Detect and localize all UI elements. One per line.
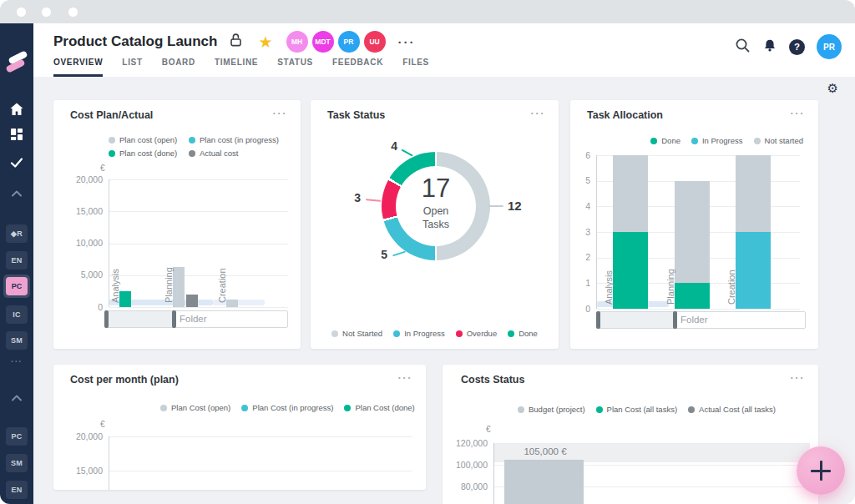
sidebar-project-badge[interactable]: SM: [6, 331, 28, 350]
legend-dot: [109, 137, 115, 144]
sidebar-project-badge[interactable]: IC: [6, 305, 28, 324]
legend-item[interactable]: Not started: [754, 136, 803, 145]
sidebar-project-badge[interactable]: ◆R: [6, 224, 28, 243]
window-control-dot[interactable]: [17, 8, 26, 17]
member-avatar[interactable]: MH: [286, 31, 308, 53]
legend-item[interactable]: Plan cost (done): [109, 149, 189, 158]
sidebar-project-badge[interactable]: EN: [6, 481, 28, 499]
legend-item[interactable]: Actual cost: [189, 149, 279, 158]
legend-item[interactable]: Overdue: [456, 329, 497, 338]
category-label: Analysis: [604, 270, 614, 305]
search-icon[interactable]: [735, 38, 751, 57]
category-label: Creation: [726, 270, 736, 305]
member-avatar[interactable]: UU: [364, 31, 386, 53]
sidebar-project-badge-active[interactable]: PC: [3, 275, 30, 298]
y-tick-label: 4: [552, 201, 590, 211]
home-icon[interactable]: [8, 101, 26, 121]
bar-chart-plot: ·· 05,00010,00015,00020,000AnalysisPlann…: [109, 179, 288, 307]
legend-item[interactable]: Plan cost (in progress): [189, 135, 279, 144]
page-title: Product Catalog Launch: [53, 33, 217, 50]
legend-item[interactable]: Budget (project): [518, 405, 585, 414]
card-menu-icon[interactable]: ···: [791, 107, 806, 119]
tab-list[interactable]: LIST: [122, 58, 142, 77]
currency-axis-label: €: [100, 420, 105, 429]
legend-dot: [189, 137, 195, 144]
bar: [613, 232, 648, 309]
notifications-bell-icon[interactable]: [762, 38, 777, 57]
callout-line: [366, 199, 381, 202]
sidebar-project-badge[interactable]: EN: [6, 251, 28, 270]
card-menu-icon[interactable]: ···: [398, 371, 413, 384]
header-more-icon[interactable]: ···: [398, 35, 416, 49]
legend-item[interactable]: Plan Cost (open): [160, 403, 230, 412]
bar: [119, 291, 131, 307]
legend-item[interactable]: Done: [508, 329, 538, 338]
favorite-star-icon[interactable]: ★: [258, 33, 272, 52]
card-menu-icon[interactable]: ···: [791, 371, 806, 384]
window-control-dot[interactable]: [42, 8, 51, 17]
callout-line: [401, 149, 412, 157]
gridline: [597, 309, 800, 310]
legend-dot: [241, 405, 248, 411]
legend-item[interactable]: Done: [650, 136, 680, 145]
tab-overview[interactable]: OVERVIEW: [53, 58, 103, 77]
card-menu-icon[interactable]: ···: [273, 107, 288, 119]
bar-value-label: 105,000 €: [483, 446, 608, 456]
tab-files[interactable]: FILES: [402, 58, 429, 77]
tab-board[interactable]: BOARD: [162, 58, 195, 77]
window-control-dot[interactable]: [68, 8, 78, 17]
legend-item[interactable]: In Progress: [691, 136, 743, 145]
legend-label: In Progress: [404, 329, 445, 338]
current-user-avatar[interactable]: PR: [817, 34, 842, 59]
legend-dot: [344, 405, 351, 411]
legend-label: Plan cost (in progress): [200, 135, 279, 144]
add-button[interactable]: [797, 446, 845, 495]
dashboard-settings-gear-icon[interactable]: ⚙: [827, 82, 838, 94]
segment-callout-value: 3: [346, 191, 361, 204]
bar: [736, 155, 771, 232]
help-icon[interactable]: ?: [789, 39, 805, 55]
segment-callout-value: 12: [508, 199, 522, 213]
card-cost-plan-actual: Cost Plan/Actual ··· Plan cost (open) Pl…: [53, 100, 301, 349]
legend-item[interactable]: Plan cost (open): [109, 135, 189, 144]
dashboard-grid-icon[interactable]: [8, 127, 26, 145]
chart-zoom-brush[interactable]: Folder: [105, 310, 288, 328]
y-tick-label: 20,000: [64, 174, 103, 184]
legend-label: Plan cost (open): [119, 135, 177, 144]
legend-item[interactable]: Plan Cost (all tasks): [596, 405, 677, 414]
brush-handle-left[interactable]: [596, 311, 600, 329]
sidebar-project-badge[interactable]: PC: [6, 427, 28, 446]
project-tabs: OVERVIEW LIST BOARD TIMELINE STATUS FEED…: [53, 58, 429, 77]
sidebar-project-badge[interactable]: SM: [6, 454, 28, 472]
legend-item[interactable]: Plan Cost (done): [344, 403, 414, 412]
tab-timeline[interactable]: TIMELINE: [215, 58, 258, 77]
collapse-chevron-up-icon[interactable]: [8, 391, 26, 406]
sidebar-more-icon[interactable]: ···: [0, 356, 33, 366]
legend-item[interactable]: Actual Cost (all tasks): [688, 405, 776, 414]
legend-label: Plan cost (done): [119, 149, 177, 158]
awork-logo[interactable]: [7, 51, 27, 76]
tab-status[interactable]: STATUS: [277, 58, 313, 77]
legend-item[interactable]: Plan Cost (in progress): [241, 403, 333, 412]
member-avatar[interactable]: PR: [338, 31, 360, 53]
collapse-chevron-up-icon[interactable]: [8, 187, 26, 202]
legend-item[interactable]: Not Started: [331, 329, 382, 338]
legend-dot: [456, 330, 463, 337]
y-tick-label: 80,000: [449, 481, 488, 491]
legend-label: Actual Cost (all tasks): [699, 405, 776, 414]
privacy-lock-icon[interactable]: [229, 33, 243, 51]
bar: [504, 460, 584, 504]
card-title: Task Status: [327, 109, 385, 121]
project-header: Product Catalog Launch ★ MH MDT PR UU ··…: [33, 23, 855, 77]
card-menu-icon[interactable]: ···: [531, 107, 546, 119]
tasks-check-icon[interactable]: [8, 155, 26, 174]
brush-handle-left[interactable]: [104, 310, 109, 328]
legend-item[interactable]: In Progress: [393, 329, 445, 338]
member-avatar[interactable]: MDT: [312, 31, 334, 53]
legend-label: Not Started: [342, 329, 382, 338]
brush-handle-right[interactable]: [673, 311, 677, 329]
chart-zoom-brush[interactable]: Folder: [597, 311, 806, 329]
tab-feedback[interactable]: FEEDBACK: [332, 58, 383, 77]
brush-handle-right[interactable]: [172, 310, 176, 328]
gridline: [109, 275, 288, 276]
